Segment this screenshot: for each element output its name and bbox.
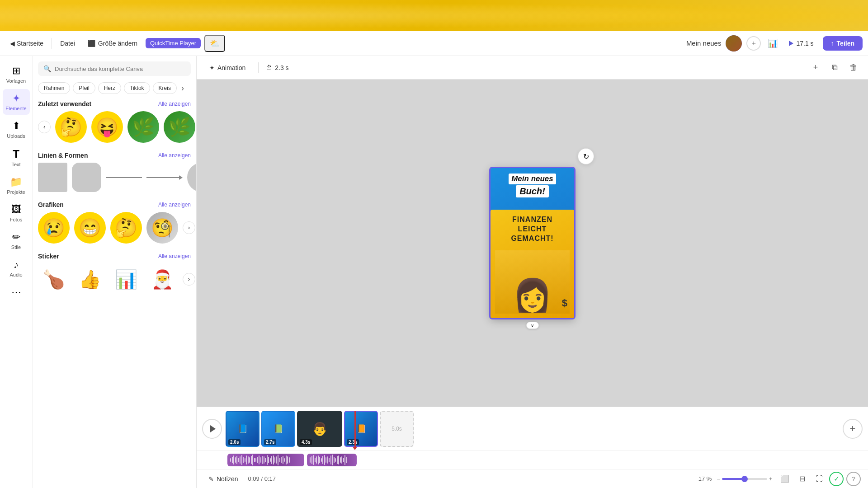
vorlagen-label: Vorlagen: [6, 78, 26, 84]
zoom-slider[interactable]: [722, 478, 767, 480]
more-icon: ⋯: [11, 286, 21, 298]
lines-shapes-header: Linien & Formen Alle anzeigen: [38, 152, 191, 159]
toolbar-divider: [258, 62, 259, 73]
copy-button[interactable]: ⧉: [827, 61, 842, 75]
sidebar-item-uploads[interactable]: ⬆ Uploads: [3, 117, 30, 142]
cloud-button[interactable]: ⛅: [204, 35, 225, 52]
rounded-rect-shape[interactable]: [72, 163, 101, 192]
delete-button[interactable]: 🗑: [846, 61, 861, 75]
sticker-item-4[interactable]: 🎅: [146, 263, 178, 295]
stile-label: Stile: [11, 244, 21, 250]
zoom-plus-icon: +: [769, 476, 772, 482]
add-clip-button[interactable]: +: [843, 419, 863, 439]
sidebar-item-fotos[interactable]: 🖼 Fotos: [3, 200, 30, 226]
recently-used-item-1[interactable]: 🤔: [55, 111, 87, 143]
arrow-shape[interactable]: [146, 175, 183, 180]
sidebar-item-vorlagen[interactable]: ⊞ Vorlagen: [3, 61, 30, 87]
add-user-button[interactable]: +: [746, 36, 761, 51]
fullscreen-button[interactable]: ⛶: [812, 472, 826, 486]
sidebar-item-stile[interactable]: ✏ Stile: [3, 228, 30, 253]
grid-view-button[interactable]: ⊟: [795, 472, 809, 486]
clip-2[interactable]: 📗 2.7s: [261, 411, 295, 447]
play-time-button[interactable]: 17.1 s: [784, 37, 818, 50]
trash-icon: 🗑: [849, 63, 858, 72]
top-banner: [0, 0, 868, 31]
clip-4[interactable]: 📙 2.3s: [344, 411, 378, 447]
grafiken-see-all[interactable]: Alle anzeigen: [158, 202, 191, 208]
grafiken-header: Grafiken Alle anzeigen: [38, 201, 191, 208]
sticker-items: 🍗 👍 📊 🎅 ›: [38, 263, 191, 295]
recently-used-item-4[interactable]: 🌿 👑: [164, 111, 195, 143]
audio-track-1[interactable]: [227, 454, 304, 466]
chip-tiktok[interactable]: Tiktok: [124, 82, 150, 94]
rect-shape[interactable]: [38, 163, 67, 192]
play-icon: [789, 41, 793, 46]
sticker-item-2[interactable]: 👍: [74, 263, 106, 295]
cloud-icon: ⛅: [210, 39, 220, 48]
animation-icon: ✦: [209, 64, 215, 71]
sidebar-item-audio[interactable]: ♪ Audio: [3, 255, 30, 281]
clip-2-duration: 2.7s: [264, 439, 276, 445]
recently-used-item-2[interactable]: 😝: [91, 111, 123, 143]
clip-1[interactable]: 📘 2.6s: [226, 411, 259, 447]
collapse-button[interactable]: ∨: [526, 322, 539, 329]
grafik-item-2[interactable]: 😁: [74, 212, 106, 244]
avatar[interactable]: [726, 35, 742, 52]
circle-shape[interactable]: [187, 163, 196, 192]
animation-label: Animation: [217, 64, 245, 71]
clip-5-empty[interactable]: 5.0s: [380, 411, 414, 447]
chip-pfeil[interactable]: Pfeil: [73, 82, 95, 94]
chip-rahmen[interactable]: Rahmen: [38, 82, 70, 94]
search-icon: 🔍: [43, 65, 51, 72]
line-shape[interactable]: [106, 177, 142, 178]
photo-icon: 🖼: [11, 204, 21, 216]
datei-button[interactable]: Datei: [56, 37, 80, 50]
refresh-button[interactable]: ↻: [578, 148, 594, 164]
filter-more-button[interactable]: ›: [179, 83, 186, 94]
clip-3[interactable]: 👨 4.3s: [297, 411, 342, 447]
clip-3-duration: 4.3s: [300, 439, 312, 445]
stats-button[interactable]: 📊: [765, 36, 780, 51]
check-button[interactable]: ✓: [829, 472, 844, 486]
notes-button[interactable]: ✎ Notizen: [204, 473, 242, 485]
grafik-item-3[interactable]: 🤔: [110, 212, 142, 244]
startseite-label: Startseite: [17, 40, 43, 47]
sticker-scroll-right[interactable]: ›: [183, 273, 195, 286]
recently-used-section: Zuletzt verwendet Alle anzeigen ‹ 🤔 😝 🌿: [38, 100, 191, 143]
add-canvas-button[interactable]: +: [808, 61, 823, 75]
recently-used-see-all[interactable]: Alle anzeigen: [158, 101, 191, 107]
notes-icon: ✎: [208, 475, 214, 483]
sidebar-item-elemente[interactable]: ✦ Elemente: [3, 89, 30, 115]
sticker-item-3[interactable]: 📊: [110, 263, 142, 295]
animation-button[interactable]: ✦ Animation: [204, 61, 251, 74]
sidebar-item-more[interactable]: ⋯: [3, 283, 30, 302]
audio-icon: ♪: [14, 259, 19, 271]
grafiken-scroll-right[interactable]: ›: [183, 221, 195, 234]
scroll-left-button[interactable]: ‹: [38, 121, 51, 133]
text-icon: T: [13, 148, 19, 160]
groesse-button[interactable]: ⬛ Größe ändern: [83, 37, 142, 50]
audio-track-2[interactable]: [307, 454, 357, 466]
back-button[interactable]: ◀ Startseite: [5, 37, 48, 50]
chip-herz[interactable]: Herz: [98, 82, 121, 94]
lines-shapes-see-all[interactable]: Alle anzeigen: [158, 152, 191, 159]
share-label: Teilen: [837, 40, 854, 47]
share-button[interactable]: ↑ Teilen: [823, 36, 863, 51]
grafik-item-1[interactable]: 😢: [38, 212, 70, 244]
audio-waveform-2: [307, 455, 350, 465]
display-mode-button[interactable]: ⬜: [778, 472, 792, 486]
design-canvas[interactable]: Mein neues Buch! FINANZENLEICHTGEMACHT! …: [491, 168, 574, 318]
chip-kreis[interactable]: Kreis: [153, 82, 177, 94]
grafik-item-4[interactable]: 🧐: [146, 212, 178, 244]
help-button[interactable]: ?: [846, 472, 861, 486]
sticker-item-1[interactable]: 🍗: [38, 263, 70, 295]
sidebar-item-projekte[interactable]: 📁 Projekte: [3, 173, 30, 198]
display-icon: ⬜: [780, 474, 789, 483]
shapes-items: ›: [38, 163, 191, 192]
play-button[interactable]: [202, 419, 222, 439]
sticker-see-all[interactable]: Alle anzeigen: [158, 253, 191, 259]
recently-used-item-3[interactable]: 🌿: [127, 111, 159, 143]
sidebar-item-text[interactable]: T Text: [3, 144, 30, 171]
search-input[interactable]: [55, 66, 185, 72]
canvas-toolbar-right: + ⧉ 🗑: [808, 61, 861, 75]
